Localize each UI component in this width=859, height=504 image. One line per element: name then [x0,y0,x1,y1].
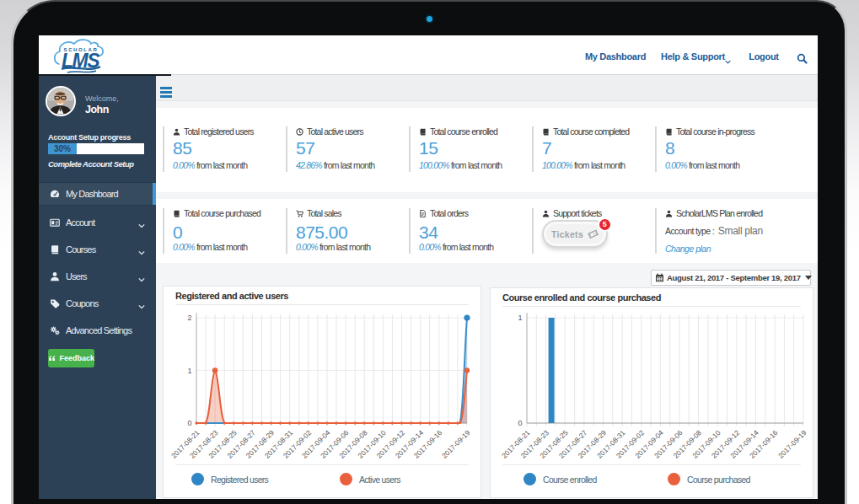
svg-text:1: 1 [187,367,191,375]
svg-text:2: 2 [187,314,191,322]
svg-text:0: 0 [187,419,191,427]
svg-text:2017-09-19: 2017-09-19 [440,428,472,460]
svg-text:1: 1 [518,314,522,322]
svg-text:2017-09-19: 2017-09-19 [776,428,808,460]
svg-text:0: 0 [518,419,522,427]
